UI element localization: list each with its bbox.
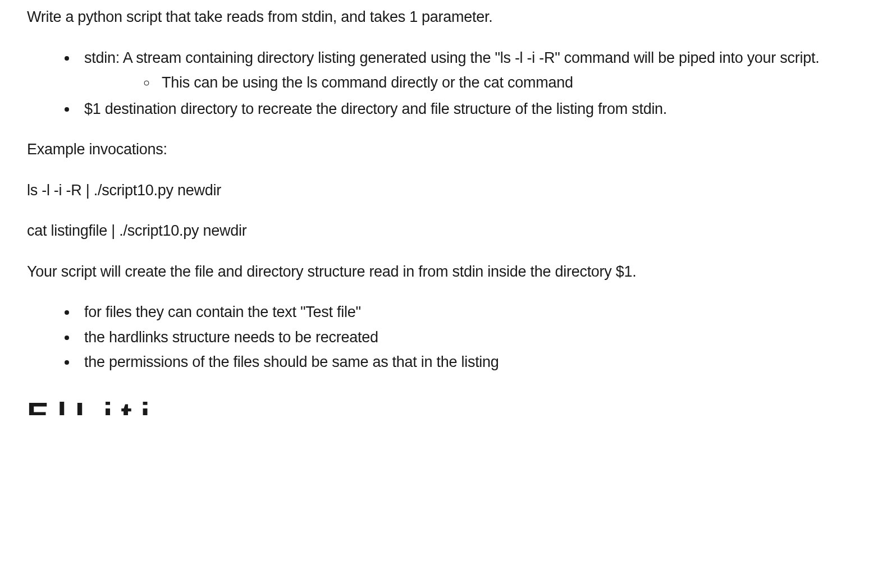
- behavior-list: for files they can contain the text "Tes…: [27, 301, 860, 374]
- behavior-item: the hardlinks structure needs to be recr…: [77, 326, 860, 349]
- example-invocation-2: cat listingfile | ./script10.py newdir: [27, 219, 860, 242]
- requirement-text: stdin: A stream containing directory lis…: [84, 49, 819, 66]
- example-invocation-1: ls -l -i -R | ./script10.py newdir: [27, 179, 860, 202]
- partial-heading: E l L i t i: [27, 396, 860, 415]
- intro-paragraph: Write a python script that take reads fr…: [27, 6, 860, 29]
- requirement-item: stdin: A stream containing directory lis…: [77, 47, 860, 94]
- sub-requirements-list: This can be using the ls command directl…: [84, 71, 860, 94]
- sub-requirement-item: This can be using the ls command directl…: [157, 71, 860, 94]
- description-paragraph: Your script will create the file and dir…: [27, 260, 860, 283]
- example-heading: Example invocations:: [27, 138, 860, 161]
- requirement-item: $1 destination directory to recreate the…: [77, 98, 860, 121]
- behavior-item: the permissions of the files should be s…: [77, 351, 860, 374]
- requirements-list: stdin: A stream containing directory lis…: [27, 47, 860, 121]
- behavior-item: for files they can contain the text "Tes…: [77, 301, 860, 324]
